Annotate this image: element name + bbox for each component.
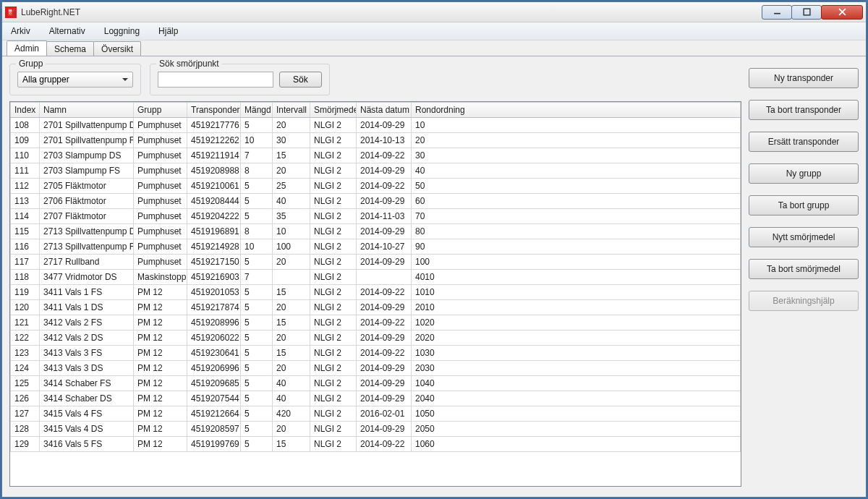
cell-rond[interactable]: 2010	[412, 300, 741, 315]
cell-grupp[interactable]: Pumphuset	[134, 179, 187, 194]
cell-grupp[interactable]: Maskinstopp	[134, 270, 187, 285]
cell-datum[interactable]: 2014-09-22	[357, 179, 412, 194]
tab-admin[interactable]: Admin	[7, 40, 47, 56]
cell-grupp[interactable]: PM 12	[134, 315, 187, 330]
cell-smorjmedel[interactable]: NLGI 2	[310, 391, 357, 406]
cell-mangd[interactable]: 5	[241, 330, 273, 346]
table-row[interactable]: 1152713 Spillvattenpump DSPumphuset45191…	[11, 224, 741, 239]
cell-transponder[interactable]: 4519199769	[187, 437, 241, 452]
cell-smorjmedel[interactable]: NLGI 2	[310, 300, 357, 315]
cell-namn[interactable]: 3412 Vals 2 FS	[40, 315, 134, 330]
cell-index[interactable]: 124	[11, 361, 40, 376]
cell-rond[interactable]: 50	[412, 179, 741, 194]
cell-namn[interactable]: 3415 Vals 4 FS	[40, 406, 134, 422]
ta-bort-smorjmedel-button[interactable]: Ta bort smörjmedel	[749, 259, 859, 279]
cell-index[interactable]: 110	[11, 148, 40, 163]
cell-grupp[interactable]: PM 12	[134, 437, 187, 452]
cell-mangd[interactable]: 7	[241, 148, 273, 163]
cell-datum[interactable]: 2014-09-22	[357, 285, 412, 300]
cell-datum[interactable]: 2014-09-22	[357, 315, 412, 330]
cell-index[interactable]: 118	[11, 270, 40, 285]
cell-index[interactable]: 117	[11, 255, 40, 270]
cell-namn[interactable]: 2713 Spillvattenpump DS	[40, 224, 134, 239]
cell-datum[interactable]: 2014-09-22	[357, 437, 412, 452]
cell-transponder[interactable]: 4519206022	[187, 330, 241, 346]
cell-transponder[interactable]: 4519230641	[187, 346, 241, 361]
cell-mangd[interactable]: 5	[241, 179, 273, 194]
cell-datum[interactable]: 2014-09-29	[357, 163, 412, 179]
cell-index[interactable]: 108	[11, 118, 40, 133]
cell-intervall[interactable]: 25	[273, 179, 310, 194]
cell-intervall[interactable]: 15	[273, 148, 310, 163]
cell-smorjmedel[interactable]: NLGI 2	[310, 406, 357, 422]
cell-intervall[interactable]: 20	[273, 422, 310, 437]
cell-intervall[interactable]: 100	[273, 239, 310, 255]
cell-rond[interactable]: 1050	[412, 406, 741, 422]
col-smorjmedel[interactable]: Smörjmedel	[310, 103, 357, 118]
cell-transponder[interactable]: 4519209685	[187, 376, 241, 391]
cell-grupp[interactable]: Pumphuset	[134, 239, 187, 255]
col-index[interactable]: Index	[11, 103, 40, 118]
cell-smorjmedel[interactable]: NLGI 2	[310, 361, 357, 376]
cell-rond[interactable]: 2020	[412, 330, 741, 346]
col-nasta-datum[interactable]: Nästa datum	[357, 103, 412, 118]
nytt-smorjmedel-button[interactable]: Nytt smörjmedel	[749, 227, 859, 247]
cell-namn[interactable]: 2705 Fläktmotor	[40, 179, 134, 194]
cell-intervall[interactable]: 40	[273, 376, 310, 391]
cell-rond[interactable]: 80	[412, 224, 741, 239]
cell-intervall[interactable]: 20	[273, 330, 310, 346]
cell-rond[interactable]: 90	[412, 239, 741, 255]
cell-transponder[interactable]: 4519208996	[187, 315, 241, 330]
cell-mangd[interactable]: 5	[241, 194, 273, 209]
cell-transponder[interactable]: 4519214928	[187, 239, 241, 255]
cell-transponder[interactable]: 4519208597	[187, 422, 241, 437]
cell-grupp[interactable]: PM 12	[134, 285, 187, 300]
cell-grupp[interactable]: PM 12	[134, 330, 187, 346]
cell-rond[interactable]: 20	[412, 133, 741, 148]
cell-transponder[interactable]: 4519212664	[187, 406, 241, 422]
cell-grupp[interactable]: PM 12	[134, 422, 187, 437]
cell-mangd[interactable]: 5	[241, 361, 273, 376]
cell-datum[interactable]: 2014-09-29	[357, 224, 412, 239]
cell-transponder[interactable]: 4519211914	[187, 148, 241, 163]
table-row[interactable]: 1253414 Schaber FSPM 124519209685540NLGI…	[11, 376, 741, 391]
cell-smorjmedel[interactable]: NLGI 2	[310, 239, 357, 255]
cell-intervall[interactable]: 35	[273, 209, 310, 224]
titlebar[interactable]: ⛽ LubeRight.NET	[2, 2, 866, 22]
menu-arkiv[interactable]: Arkiv	[7, 24, 35, 38]
cell-mangd[interactable]: 10	[241, 133, 273, 148]
cell-rond[interactable]: 10	[412, 118, 741, 133]
cell-smorjmedel[interactable]: NLGI 2	[310, 437, 357, 452]
cell-namn[interactable]: 2713 Spillvattenpump FS	[40, 239, 134, 255]
cell-grupp[interactable]: Pumphuset	[134, 224, 187, 239]
cell-grupp[interactable]: PM 12	[134, 406, 187, 422]
table-row[interactable]: 1203411 Vals 1 DSPM 124519217874520NLGI …	[11, 300, 741, 315]
cell-datum[interactable]: 2014-10-13	[357, 133, 412, 148]
cell-smorjmedel[interactable]: NLGI 2	[310, 285, 357, 300]
cell-index[interactable]: 116	[11, 239, 40, 255]
table-scroll[interactable]: Index Namn Grupp Transponder Mängd Inter…	[10, 102, 741, 486]
col-namn[interactable]: Namn	[40, 103, 134, 118]
tab-schema[interactable]: Schema	[46, 41, 94, 56]
cell-grupp[interactable]: PM 12	[134, 391, 187, 406]
cell-rond[interactable]: 2050	[412, 422, 741, 437]
cell-transponder[interactable]: 4519208988	[187, 163, 241, 179]
cell-transponder[interactable]: 4519204222	[187, 209, 241, 224]
ny-grupp-button[interactable]: Ny grupp	[749, 163, 859, 184]
cell-mangd[interactable]: 5	[241, 346, 273, 361]
cell-mangd[interactable]: 5	[241, 300, 273, 315]
cell-mangd[interactable]: 5	[241, 285, 273, 300]
cell-namn[interactable]: 3411 Vals 1 FS	[40, 285, 134, 300]
cell-smorjmedel[interactable]: NLGI 2	[310, 330, 357, 346]
cell-index[interactable]: 128	[11, 422, 40, 437]
cell-namn[interactable]: 3415 Vals 4 DS	[40, 422, 134, 437]
cell-mangd[interactable]: 5	[241, 315, 273, 330]
cell-intervall[interactable]: 40	[273, 391, 310, 406]
search-button[interactable]: Sök	[279, 72, 322, 88]
cell-rond[interactable]: 1030	[412, 346, 741, 361]
cell-index[interactable]: 114	[11, 209, 40, 224]
cell-mangd[interactable]: 5	[241, 118, 273, 133]
cell-smorjmedel[interactable]: NLGI 2	[310, 133, 357, 148]
cell-smorjmedel[interactable]: NLGI 2	[310, 346, 357, 361]
cell-rond[interactable]: 2030	[412, 361, 741, 376]
